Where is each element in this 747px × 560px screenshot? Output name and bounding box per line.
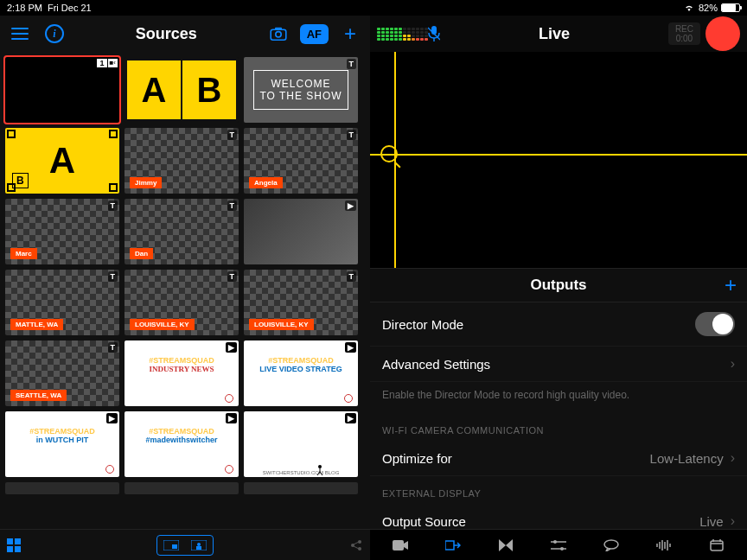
sources-pane: i Sources AF + 1■‹ABTWELCOMETO THE SHOWA… (0, 16, 370, 560)
logo-icon (225, 465, 233, 474)
info-button[interactable]: i (42, 21, 67, 47)
tab-transitions[interactable] (488, 539, 523, 551)
hamburger-icon (11, 28, 29, 40)
text-badge: T (347, 59, 357, 69)
status-date: Fri Dec 21 (48, 3, 92, 13)
info-icon: i (45, 24, 64, 43)
wifi-icon (683, 3, 695, 12)
tab-chat[interactable] (594, 539, 629, 551)
director-mode-hint: Enable the Director Mode to record high … (370, 382, 747, 413)
location-tag: LOUISVILLE, KY (130, 319, 195, 330)
text-badge: T (227, 271, 238, 282)
tab-settings[interactable] (541, 539, 576, 551)
section-external-display: EXTERNAL DISPLAY (370, 476, 747, 504)
svg-point-1 (275, 32, 280, 37)
play-badge: ▶ (345, 413, 356, 423)
svg-line-19 (354, 542, 359, 544)
svg-rect-9 (7, 546, 13, 552)
promo-footer-text: SWITCHERSTUDIO.COM BLOG (244, 470, 358, 475)
source-tile[interactable]: AB (124, 57, 239, 123)
camera-button[interactable] (265, 21, 291, 47)
source-tile[interactable]: AB (5, 128, 119, 194)
menu-button[interactable] (7, 21, 33, 47)
text-badge: T (347, 130, 357, 140)
source-tile[interactable]: TAngela (244, 128, 358, 194)
svg-point-29 (560, 547, 564, 550)
add-output-button[interactable]: + (725, 273, 737, 297)
section-wifi-camera: WI-FI CAMERA COMMUNICATION (370, 413, 747, 441)
source-tile[interactable]: ▶#STREAMSQUAD#madewithswitcher (124, 411, 239, 477)
source-tile[interactable]: TDan (124, 199, 239, 264)
lower-third-name: Jimmy (130, 177, 162, 188)
optimize-value: Low-Latency (650, 451, 724, 466)
row-director-mode[interactable]: Director Mode (370, 302, 747, 347)
svg-rect-15 (196, 546, 201, 550)
battery-percent: 82% (699, 3, 718, 13)
svg-rect-8 (15, 538, 21, 544)
source-tile[interactable]: TLOUISVILLE, KY (124, 270, 239, 335)
record-button[interactable] (706, 16, 740, 51)
outputs-header: Outputs + (370, 268, 747, 302)
svg-point-14 (197, 543, 201, 546)
add-source-button[interactable]: + (337, 22, 363, 46)
autofocus-button[interactable]: AF (300, 24, 329, 44)
director-mode-toggle[interactable] (695, 312, 735, 336)
sources-footer (0, 529, 370, 560)
camera-icon (270, 27, 287, 41)
promo-text: #STREAMSQUADin WUTCH PIT (5, 427, 119, 444)
live-title: Live (440, 25, 668, 43)
tab-outputs[interactable] (436, 539, 470, 551)
source-tile[interactable]: TLOUISVILLE, KY (244, 270, 358, 335)
source-tile[interactable]: TSEATTLE, WA (5, 340, 119, 406)
source-tile[interactable]: TMATTLE, WA (5, 270, 119, 335)
source-tile[interactable]: 1■‹ (5, 57, 119, 123)
mic-button[interactable] (428, 26, 440, 41)
grid-view-button[interactable] (7, 538, 21, 552)
tab-video[interactable] (383, 540, 418, 550)
sources-grid[interactable]: 1■‹ABTWELCOMETO THE SHOWABTJimmyTAngelaT… (0, 52, 370, 529)
logo-icon (344, 394, 353, 403)
source-tile[interactable]: ▶SWITCHERSTUDIO.COM BLOG (244, 411, 358, 477)
row-output-source[interactable]: Output Source Live › (370, 504, 747, 529)
source-tile[interactable]: ▶ (244, 199, 358, 264)
view-mode-person[interactable] (185, 536, 213, 555)
svg-line-5 (317, 472, 320, 475)
source-tile[interactable]: TWELCOMETO THE SHOW (244, 57, 358, 123)
source-tile[interactable] (124, 482, 239, 494)
text-badge: T (227, 200, 238, 211)
svg-rect-7 (7, 538, 13, 544)
svg-point-30 (604, 540, 618, 549)
svg-rect-12 (172, 544, 177, 549)
svg-rect-24 (393, 540, 404, 550)
promo-text: #STREAMSQUADLIVE VIDEO STRATEG (244, 356, 358, 373)
svg-rect-25 (445, 541, 454, 550)
share-button[interactable] (349, 538, 363, 552)
source-tile[interactable] (244, 482, 358, 494)
template-letter-a: A (49, 140, 75, 181)
walking-figure-icon (316, 465, 323, 475)
source-tile[interactable]: ▶#STREAMSQUADin WUTCH PIT (5, 411, 119, 477)
view-mode-pip[interactable] (157, 536, 185, 555)
source-tile[interactable]: ▶#STREAMSQUADLIVE VIDEO STRATEG (244, 340, 358, 406)
text-badge: T (108, 200, 118, 211)
tab-audio[interactable] (647, 539, 681, 551)
audio-meter[interactable] (377, 28, 428, 41)
focus-guide-horizontal (370, 154, 747, 156)
location-tag: MATTLE, WA (10, 319, 63, 330)
row-optimize-for[interactable]: Optimize for Low-Latency › (370, 441, 747, 476)
source-tile[interactable]: TMarc (5, 199, 119, 264)
row-advanced-settings[interactable]: Advanced Settings › (370, 347, 747, 382)
magnifier-icon[interactable] (380, 145, 398, 162)
live-preview[interactable] (370, 52, 747, 268)
letter-a: A (127, 60, 181, 119)
tab-schedule[interactable] (699, 539, 734, 551)
promo-text: #STREAMSQUAD#madewithswitcher (124, 427, 239, 444)
source-tile[interactable] (5, 482, 119, 494)
view-mode-toggle[interactable] (156, 535, 214, 556)
outputs-settings[interactable]: Director Mode Advanced Settings › Enable… (370, 302, 747, 529)
source-tile[interactable]: ▶#STREAMSQUADINDUSTRY NEWS (124, 340, 239, 406)
status-bar: 2:18 PM Fri Dec 21 82% (0, 0, 747, 16)
source-tile[interactable]: TJimmy (124, 128, 239, 194)
chevron-right-icon: › (731, 513, 735, 529)
logo-icon (225, 394, 233, 403)
